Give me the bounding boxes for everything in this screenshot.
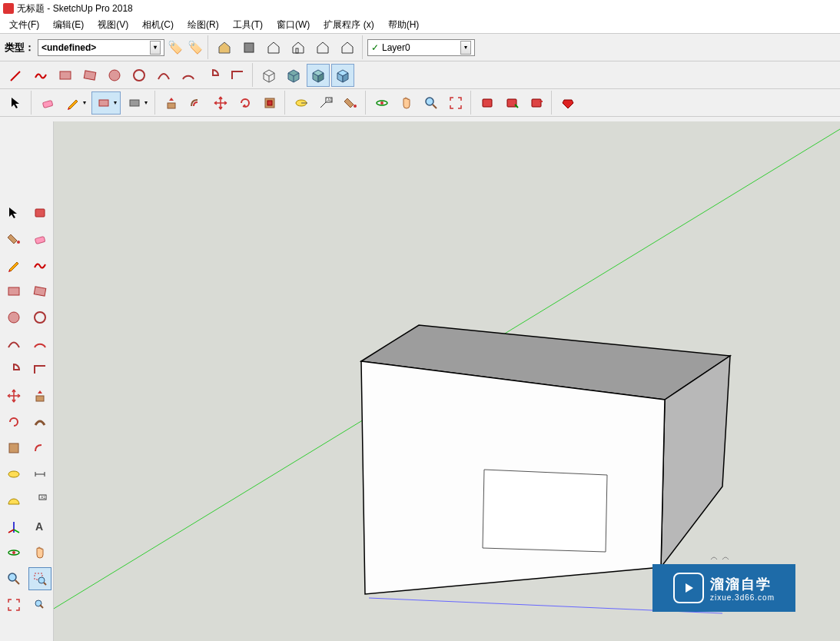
warehouse-btn-2[interactable] [500, 91, 523, 115]
lp-prev-btn[interactable] [28, 593, 51, 616]
shaded-tex-btn[interactable] [331, 64, 354, 87]
lp-scale-btn[interactable] [2, 437, 25, 460]
viewport[interactable]: 溜溜自学 zixue.3d66.com [54, 121, 840, 641]
menu-extensions[interactable]: 扩展程序 (x) [317, 17, 380, 33]
tag-button-2[interactable]: 🏷️ [186, 38, 204, 57]
warehouse-btn-3[interactable] [525, 91, 548, 115]
menu-window[interactable]: 窗口(W) [271, 17, 316, 33]
view-iso-btn[interactable] [213, 36, 236, 59]
lp-curve-btn[interactable] [28, 358, 51, 381]
lp-text-btn[interactable]: A1 [28, 489, 51, 512]
menu-file[interactable]: 文件(F) [3, 17, 45, 33]
svg-rect-24 [35, 209, 45, 217]
view-top-btn[interactable] [237, 36, 261, 59]
pie-tool-btn[interactable] [201, 64, 224, 87]
lp-arc2-btn[interactable] [28, 332, 51, 355]
lp-dim-btn[interactable] [28, 463, 51, 486]
scale-tool-btn[interactable] [258, 91, 281, 115]
lp-circle-btn[interactable] [2, 306, 25, 329]
rotated-rect-tool-btn[interactable] [78, 64, 101, 87]
freehand-tool-btn[interactable] [29, 64, 52, 87]
lp-rotate-btn[interactable] [2, 410, 25, 433]
lp-orbit-btn[interactable] [2, 541, 25, 564]
lp-paint-btn[interactable] [2, 228, 25, 251]
lp-rect-btn[interactable] [2, 280, 25, 303]
lp-polygon-btn[interactable] [28, 306, 51, 329]
svg-rect-32 [9, 443, 18, 453]
lp-protractor-btn[interactable] [2, 489, 25, 512]
ruby-ext-btn[interactable] [556, 91, 579, 115]
svg-line-20 [433, 105, 437, 108]
lp-axes-btn[interactable] [2, 515, 25, 538]
lp-eraser-btn[interactable] [28, 228, 51, 251]
polygon-tool-btn[interactable] [128, 64, 151, 87]
circle-tool-btn[interactable] [103, 64, 126, 87]
svg-text:A: A [35, 520, 43, 533]
svg-point-5 [134, 70, 144, 81]
rectangle-tool-btn[interactable] [54, 64, 77, 87]
warehouse-btn-1[interactable] [476, 91, 499, 115]
lp-component-btn[interactable] [28, 201, 51, 224]
arc-tool-btn[interactable] [152, 64, 175, 87]
view-front-btn[interactable] [262, 36, 285, 59]
lp-select-btn[interactable] [2, 201, 25, 224]
pencil-dropdown-btn[interactable] [61, 91, 90, 115]
move-tool-btn[interactable] [209, 91, 232, 115]
type-dropdown[interactable]: <undefined> ▾ [38, 39, 164, 56]
zoom-tool-btn[interactable] [420, 91, 443, 115]
text-tool-btn[interactable]: A1 [314, 91, 337, 115]
view-left-btn[interactable] [336, 36, 359, 59]
select-tool-btn[interactable] [5, 91, 28, 115]
hidden-line-btn[interactable] [282, 64, 305, 87]
rotate-tool-btn[interactable] [234, 91, 257, 115]
lp-freehand-btn[interactable] [28, 254, 51, 277]
view-right-btn[interactable] [287, 36, 310, 59]
lp-pencil-btn[interactable] [2, 254, 25, 277]
lp-followme-btn[interactable] [28, 410, 51, 433]
lp-pie-btn[interactable] [2, 358, 25, 381]
zoom-extents-icon [447, 95, 464, 111]
lp-pan-btn[interactable] [28, 541, 51, 564]
lp-pushpull-btn[interactable] [28, 384, 51, 407]
lp-zoom-window-btn[interactable] [28, 567, 51, 590]
lp-arc1-btn[interactable] [2, 332, 25, 355]
eraser-tool-btn[interactable] [36, 91, 59, 115]
layer-dropdown[interactable]: ✓ Layer0 ▾ [367, 39, 475, 56]
lp-zoom-extents2-btn[interactable] [2, 593, 25, 616]
offset-tool-btn[interactable] [184, 91, 208, 115]
tape-tool-btn[interactable] [290, 91, 313, 115]
menu-edit[interactable]: 编辑(E) [47, 17, 90, 33]
arc2-tool-btn[interactable] [177, 64, 200, 87]
shaded-btn[interactable] [307, 64, 330, 87]
menu-help[interactable]: 帮助(H) [382, 17, 426, 33]
lp-3dtext-btn[interactable]: A [28, 515, 51, 538]
watermark-url: zixue.3d66.com [710, 593, 775, 602]
toolbar-row-1: 类型： <undefined> ▾ 🏷️ 🏷️ ✓ Layer0 [0, 34, 840, 61]
lp-tape-btn[interactable] [2, 463, 25, 486]
menu-view[interactable]: 视图(V) [91, 17, 134, 33]
rect-shape-icon [95, 95, 112, 111]
svg-rect-0 [244, 43, 254, 52]
tag-button-1[interactable]: 🏷️ [166, 38, 184, 57]
line-tool-btn[interactable] [5, 64, 28, 87]
view-back-btn[interactable] [311, 36, 334, 59]
lp-offset-btn[interactable] [28, 437, 51, 460]
play-icon [673, 573, 704, 603]
menu-camera[interactable]: 相机(C) [136, 17, 180, 33]
menu-draw[interactable]: 绘图(R) [181, 17, 225, 33]
lp-rot-rect-btn[interactable] [28, 280, 51, 303]
iso-style-btn[interactable] [257, 64, 281, 87]
svg-point-25 [17, 241, 20, 244]
lp-zoom-btn[interactable] [2, 567, 25, 590]
pushpull-tool-btn[interactable] [160, 91, 183, 115]
paint-tool-btn[interactable] [339, 91, 362, 115]
lp-move-btn[interactable] [2, 384, 25, 407]
zoom-extents-btn[interactable] [444, 91, 467, 115]
menu-tools[interactable]: 工具(T) [227, 17, 269, 33]
curve-tool-btn[interactable] [226, 64, 249, 87]
svg-text:A1: A1 [41, 495, 45, 500]
pan-tool-btn[interactable] [395, 91, 418, 115]
arc-dropdown-btn[interactable] [122, 91, 151, 115]
shape-dropdown-btn[interactable] [91, 91, 121, 115]
orbit-tool-btn[interactable] [370, 91, 393, 115]
